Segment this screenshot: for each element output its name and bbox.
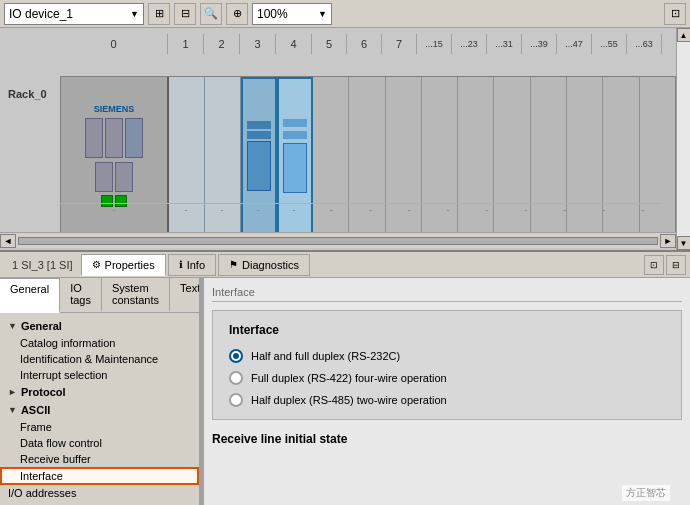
toolbar-btn-3[interactable]: 🔍 — [200, 3, 222, 25]
scroll-up-btn[interactable]: ▲ — [677, 28, 691, 42]
bottom-panel: 1 SI_3 [1 SI] ⚙ Properties ℹ Info ⚑ Diag… — [0, 252, 690, 505]
sub-tab-texts[interactable]: Texts — [170, 278, 200, 312]
toolbar-btn-5[interactable]: ⊡ — [664, 3, 686, 25]
sub-tabs: General IO tags System constants Texts — [0, 278, 199, 313]
dash-13: - — [623, 204, 662, 217]
tree-item-frame-label: Frame — [20, 421, 52, 433]
sub-tab-iotags[interactable]: IO tags — [60, 278, 102, 312]
receive-line-title: Receive line initial state — [212, 432, 682, 446]
scroll-track[interactable] — [677, 42, 691, 236]
toolbar-btn-2[interactable]: ⊟ — [174, 3, 196, 25]
col-header-4: 4 — [276, 34, 312, 54]
tree-item-identification-label: Identification & Maintenance — [20, 353, 158, 365]
col-header-23: ...23 — [452, 34, 487, 54]
content-section-title: Interface — [212, 286, 682, 302]
dash-2: - — [204, 204, 240, 217]
nav-right-btn[interactable]: ► — [660, 234, 676, 248]
panel-btn-1[interactable]: ⊡ — [644, 255, 664, 275]
tree-section-general-label: General — [21, 320, 62, 332]
toolbar-btn-4[interactable]: ⊕ — [226, 3, 248, 25]
sidebar: General IO tags System constants Texts — [0, 278, 200, 505]
col-header-47: ...47 — [557, 34, 592, 54]
tree-section-general[interactable]: ▼ General — [0, 317, 199, 335]
interface-box: Interface Half and full duplex (RS-232C) — [212, 310, 682, 420]
tree-item-dataflow[interactable]: Data flow control — [0, 435, 199, 451]
expand-general-icon: ▼ — [8, 321, 17, 331]
panel-btn-2[interactable]: ⊟ — [666, 255, 686, 275]
col-header-3: 3 — [240, 34, 276, 54]
sub-tab-general-label: General — [10, 283, 49, 295]
dash-5: - — [312, 204, 351, 217]
dash-6: - — [351, 204, 390, 217]
tree-item-identification[interactable]: Identification & Maintenance — [0, 351, 199, 367]
col-header-0: 0 — [60, 34, 168, 54]
zoom-label: 100% — [257, 7, 288, 21]
tree-item-catalog[interactable]: Catalog information — [0, 335, 199, 351]
device-label: IO device_1 — [9, 7, 73, 21]
col-header-63: ...63 — [627, 34, 662, 54]
dash-8: - — [429, 204, 468, 217]
expand-protocol-icon: ► — [8, 387, 17, 397]
radio-row-0: Half and full duplex (RS-232C) — [229, 349, 665, 363]
tab-diagnostics[interactable]: ⚑ Diagnostics — [218, 254, 310, 276]
tree-item-io-addresses[interactable]: I/O addresses — [0, 485, 199, 501]
tree-section-protocol[interactable]: ► Protocol — [0, 383, 199, 401]
radio-row-1: Full duplex (RS-422) four-wire operation — [229, 371, 665, 385]
tab-info-label: Info — [187, 259, 205, 271]
dash-3: - — [240, 204, 276, 217]
radio-label-2: Half duplex (RS-485) two-wire operation — [251, 394, 447, 406]
toolbar-btn-1[interactable]: ⊞ — [148, 3, 170, 25]
tab-info[interactable]: ℹ Info — [168, 254, 216, 276]
rack-content: 0 1 2 3 4 5 6 7 ...15 ...23 ...31 ...39 … — [0, 28, 676, 250]
col-header-55: ...55 — [592, 34, 627, 54]
interface-box-title: Interface — [229, 323, 665, 337]
tab-properties[interactable]: ⚙ Properties — [81, 254, 166, 276]
rack-area: 0 1 2 3 4 5 6 7 ...15 ...23 ...31 ...39 … — [0, 28, 690, 252]
sub-tab-general[interactable]: General — [0, 278, 60, 313]
toolbar: IO device_1 ▼ ⊞ ⊟ 🔍 ⊕ 100% ▼ ⊡ — [0, 0, 690, 28]
tree-section-ascii-label: ASCII — [21, 404, 50, 416]
device-dropdown[interactable]: IO device_1 ▼ — [4, 3, 144, 25]
nav-left-btn[interactable]: ◄ — [0, 234, 16, 248]
tree-section-ascii[interactable]: ▼ ASCII — [0, 401, 199, 419]
panel-title: 1 SI_3 [1 SI] — [4, 259, 81, 271]
radio-row-2: Half duplex (RS-485) two-wire operation — [229, 393, 665, 407]
tree-item-frame[interactable]: Frame — [0, 419, 199, 435]
radio-label-1: Full duplex (RS-422) four-wire operation — [251, 372, 447, 384]
tree: ▼ General Catalog information Identifica… — [0, 313, 199, 505]
tree-section-protocol-label: Protocol — [21, 386, 66, 398]
radio-btn-2[interactable] — [229, 393, 243, 407]
properties-icon: ⚙ — [92, 259, 101, 270]
tree-item-interface[interactable]: Interface — [0, 467, 199, 485]
dash-9: - — [468, 204, 507, 217]
radio-btn-1[interactable] — [229, 371, 243, 385]
diagnostics-icon: ⚑ — [229, 259, 238, 270]
nav-track[interactable] — [18, 237, 658, 245]
sub-tab-sysconst[interactable]: System constants — [102, 278, 170, 312]
col-header-7: 7 — [382, 34, 417, 54]
col-header-2: 2 — [204, 34, 240, 54]
tree-item-interrupt[interactable]: Interrupt selection — [0, 367, 199, 383]
rack-scrollbar: ▲ ▼ — [676, 28, 690, 250]
radio-btn-0[interactable] — [229, 349, 243, 363]
dash-0: - — [60, 204, 168, 217]
expand-ascii-icon: ▼ — [8, 405, 17, 415]
tree-item-interface-label: Interface — [20, 470, 63, 482]
tab-diagnostics-label: Diagnostics — [242, 259, 299, 271]
content-row: General IO tags System constants Texts — [0, 278, 690, 505]
tree-item-dataflow-label: Data flow control — [20, 437, 102, 449]
panel-right-buttons: ⊡ ⊟ — [644, 255, 686, 275]
col-header-1: 1 — [168, 34, 204, 54]
col-header-6: 6 — [347, 34, 382, 54]
main-area: 0 1 2 3 4 5 6 7 ...15 ...23 ...31 ...39 … — [0, 28, 690, 505]
dash-11: - — [545, 204, 584, 217]
tree-item-receivebuffer[interactable]: Receive buffer — [0, 451, 199, 467]
radio-label-0: Half and full duplex (RS-232C) — [251, 350, 400, 362]
col-header-5: 5 — [312, 34, 347, 54]
tab-properties-label: Properties — [105, 259, 155, 271]
sub-tab-sysconst-label: System constants — [112, 282, 159, 306]
tree-item-receivebuffer-label: Receive buffer — [20, 453, 91, 465]
scroll-down-btn[interactable]: ▼ — [677, 236, 691, 250]
dash-1: - — [168, 204, 204, 217]
zoom-dropdown[interactable]: 100% ▼ — [252, 3, 332, 25]
